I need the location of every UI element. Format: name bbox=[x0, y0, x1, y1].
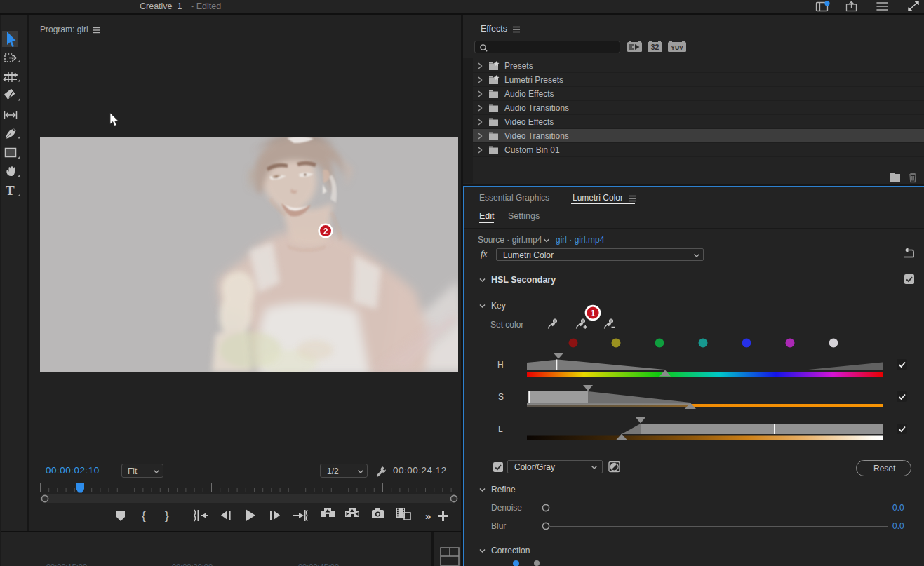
svg-text:32: 32 bbox=[651, 43, 659, 51]
svg-text:»: » bbox=[425, 510, 431, 522]
svg-text:}: } bbox=[165, 509, 169, 523]
svg-text:2: 2 bbox=[323, 227, 328, 236]
svg-text:T: T bbox=[6, 183, 15, 198]
svg-text:YUV: YUV bbox=[671, 44, 683, 51]
svg-text:{: { bbox=[142, 509, 146, 523]
